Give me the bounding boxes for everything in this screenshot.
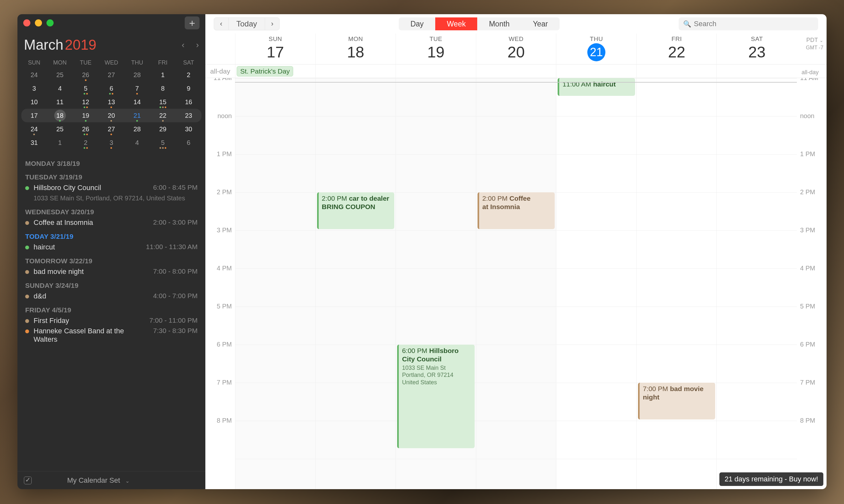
mini-day[interactable]: 3	[21, 82, 47, 95]
mini-day[interactable]: 6	[176, 136, 201, 149]
allday-cell[interactable]	[636, 65, 717, 78]
day-column[interactable]: 7:00 PM bad movie night	[636, 78, 717, 489]
calendar-event[interactable]: 2:00 PM car to dealerBRING COUPON	[317, 192, 394, 229]
day-column[interactable]: 2:00 PM Coffeeat Insomnia	[476, 78, 556, 489]
month-next-button[interactable]: ›	[196, 40, 199, 50]
mini-day[interactable]: 5	[73, 82, 99, 95]
day-column[interactable]: 2:00 PM car to dealerBRING COUPON	[315, 78, 396, 489]
mini-day[interactable]: 27	[99, 68, 124, 82]
allday-cell[interactable]	[717, 65, 797, 78]
day-header[interactable]: SAT23	[717, 34, 797, 64]
calendar-event[interactable]: 2:00 PM Coffeeat Insomnia	[477, 192, 555, 229]
mini-day[interactable]: 26	[73, 122, 99, 136]
day-column[interactable]	[235, 78, 315, 489]
mini-day[interactable]: 24	[21, 122, 47, 136]
mini-day[interactable]: 27	[99, 122, 124, 136]
mini-day[interactable]: 24	[21, 68, 47, 82]
mini-day[interactable]: 7	[124, 82, 150, 95]
day-header[interactable]: THU21	[556, 34, 636, 64]
zoom-button[interactable]	[47, 19, 54, 26]
calendar-event[interactable]: 11:00 AM haircut	[558, 78, 635, 96]
mini-day[interactable]: 12	[73, 95, 99, 109]
mini-day[interactable]: 31	[21, 136, 47, 149]
mini-day[interactable]: 14	[124, 95, 150, 109]
mini-day[interactable]: 3	[99, 136, 124, 149]
prev-week-button[interactable]: ‹	[214, 17, 229, 30]
minimize-button[interactable]	[35, 19, 42, 26]
mini-day[interactable]: 2	[176, 68, 201, 82]
mini-day[interactable]: 22	[150, 109, 176, 122]
agenda-item[interactable]: Hillsboro City Council6:00 - 8:45 PM	[25, 184, 198, 192]
allday-cell[interactable]	[556, 65, 636, 78]
mini-day[interactable]: 30	[176, 122, 201, 136]
mini-day[interactable]: 13	[99, 95, 124, 109]
allday-cell[interactable]	[395, 65, 476, 78]
mini-day[interactable]: 2	[73, 136, 99, 149]
calendar-event[interactable]: 6:00 PM Hillsboro City Council1033 SE Ma…	[397, 345, 475, 448]
mini-day[interactable]: 19	[73, 109, 99, 122]
day-column[interactable]: 6:00 PM Hillsboro City Council1033 SE Ma…	[395, 78, 476, 489]
agenda-item[interactable]: Hanneke Cassel Band at the Walters7:30 -…	[25, 327, 198, 344]
mini-day[interactable]: 18	[47, 109, 73, 122]
mini-day[interactable]: 1	[47, 136, 73, 149]
search-input[interactable]	[694, 20, 814, 28]
calendar-set-dropdown[interactable]: My Calendar Set ⌄	[67, 476, 129, 485]
timezone-label[interactable]: PDT ⌄GMT -7	[797, 34, 827, 64]
view-day[interactable]: Day	[399, 17, 435, 30]
mini-day[interactable]: 25	[47, 68, 73, 82]
mini-day[interactable]: 21	[124, 109, 150, 122]
mini-day[interactable]: 6	[99, 82, 124, 95]
day-header[interactable]: SUN17	[235, 34, 315, 64]
mini-day[interactable]: 15	[150, 95, 176, 109]
mini-day[interactable]: 17	[21, 109, 47, 122]
mini-calendar[interactable]: SUNMONTUEWEDTHUFRISAT2425262728123456789…	[17, 56, 205, 152]
view-week[interactable]: Week	[435, 17, 477, 30]
close-button[interactable]	[23, 19, 30, 26]
mini-day[interactable]: 5	[150, 136, 176, 149]
mini-day[interactable]: 16	[176, 95, 201, 109]
week-grid[interactable]: 11 AMnoon1 PM2 PM3 PM4 PM5 PM6 PM7 PM8 P…	[205, 78, 827, 489]
mini-day[interactable]: 4	[124, 136, 150, 149]
agenda-item[interactable]: d&d4:00 - 7:00 PM	[25, 292, 198, 301]
agenda-list[interactable]: MONDAY 3/18/19TUESDAY 3/19/19Hillsboro C…	[17, 152, 205, 471]
day-column[interactable]	[717, 78, 797, 489]
mini-day[interactable]: 11	[47, 95, 73, 109]
day-header[interactable]: FRI22	[636, 34, 717, 64]
agenda-item[interactable]: Coffee at Insomnia2:00 - 3:00 PM	[25, 218, 198, 227]
mini-day[interactable]: 8	[150, 82, 176, 95]
allday-event[interactable]: St. Patrick's Day	[237, 66, 293, 76]
allday-cell[interactable]	[476, 65, 556, 78]
day-header[interactable]: MON18	[315, 34, 396, 64]
agenda-item[interactable]: haircut11:00 - 11:30 AM	[25, 243, 198, 251]
mini-day[interactable]: 1	[150, 68, 176, 82]
allday-cell[interactable]	[315, 65, 396, 78]
mini-day[interactable]: 26	[73, 68, 99, 82]
next-week-button[interactable]: ›	[265, 17, 280, 30]
mini-day[interactable]: 28	[124, 68, 150, 82]
hour-label: 3 PM	[205, 227, 232, 265]
allday-cell[interactable]: St. Patrick's Day	[235, 65, 315, 78]
day-header[interactable]: TUE19	[395, 34, 476, 64]
mini-day[interactable]: 10	[21, 95, 47, 109]
view-year[interactable]: Year	[521, 17, 559, 30]
trial-banner[interactable]: 21 days remaining - Buy now!	[719, 472, 823, 486]
mini-weekday: SUN	[21, 57, 47, 68]
calendar-event[interactable]: 7:00 PM bad movie night	[638, 383, 716, 419]
search-field[interactable]: 🔍	[679, 17, 818, 30]
reminders-toggle[interactable]	[24, 476, 32, 484]
today-button[interactable]: Today	[229, 17, 265, 30]
view-month[interactable]: Month	[477, 17, 521, 30]
mini-day[interactable]: 29	[150, 122, 176, 136]
month-prev-button[interactable]: ‹	[182, 40, 185, 50]
agenda-item[interactable]: bad movie night7:00 - 8:00 PM	[25, 268, 198, 276]
mini-day[interactable]: 28	[124, 122, 150, 136]
mini-day[interactable]: 4	[47, 82, 73, 95]
agenda-item[interactable]: First Friday7:00 - 11:00 PM	[25, 317, 198, 325]
mini-day[interactable]: 25	[47, 122, 73, 136]
mini-day[interactable]: 20	[99, 109, 124, 122]
day-header[interactable]: WED20	[476, 34, 556, 64]
mini-day[interactable]: 9	[176, 82, 201, 95]
day-column[interactable]: 11:00 AM haircut	[556, 78, 636, 489]
mini-day[interactable]: 23	[176, 109, 201, 122]
add-event-button[interactable]: ＋	[185, 16, 199, 29]
